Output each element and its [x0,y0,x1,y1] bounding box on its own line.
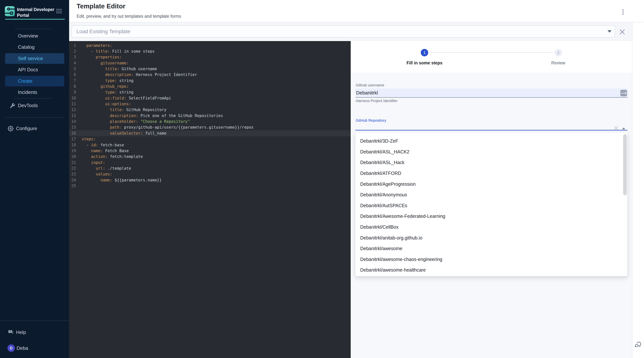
chat-bubbles-icon[interactable] [635,341,642,348]
dropdown-scrollbar[interactable] [623,134,627,195]
code-line[interactable]: 6 description: Harness Project Identifie… [69,72,351,78]
repository-options: Debanitrkl/3D-ZeFDebanitrkl/ASL_HACK2Deb… [355,136,628,275]
sidebar-item-label: Create [18,78,32,84]
sidebar-item-incidents[interactable]: Incidents [5,87,64,98]
sidebar-item-overview[interactable]: Overview [5,31,64,41]
sidebar-user[interactable]: D Deba [5,343,64,353]
page-subtitle: Edit, preview, and try out templates and… [76,14,181,19]
code-line[interactable]: 25 [69,183,351,189]
app-title: Internal Developer Portal [17,7,57,18]
code-line[interactable]: 20 action: fetch:template [69,154,351,159]
code-line[interactable]: 12 title: GitHub Repository [69,107,351,113]
step-1-label: Fill in some steps [387,61,462,66]
avatar: D [8,344,15,352]
sidebar-item-label: Incidents [18,89,37,95]
repository-select-underline[interactable] [355,130,628,130]
code-line[interactable]: 9 type: string [69,89,351,95]
sidebar-item-configure[interactable]: Configure [5,123,64,134]
repository-option[interactable]: Debanitrkl/AgeProgression [355,179,628,190]
page-title: Template Editor [76,3,126,10]
app-logo-icon[interactable] [5,6,15,16]
load-template-select[interactable]: Load Existing Template [72,25,615,38]
repository-option[interactable]: Debanitrkl/awesome [355,243,628,254]
code-line[interactable]: 16 valueSelector: full_name [69,130,351,136]
sidebar-accent-divider [5,19,65,20]
sidebar-item-label: Self service [18,56,43,61]
sidebar-item-label: DevTools [18,103,38,108]
code-line[interactable]: 4 gitusername: [69,60,351,66]
github-username-input[interactable]: Debanitrkl [355,88,628,98]
chevron-up-icon[interactable] [622,127,625,129]
template-select-row: Load Existing Template [69,22,632,41]
code-line[interactable]: 14 placeholder: "Choose a Repository" [69,118,351,124]
code-line[interactable]: 22 url: ./template [69,165,351,171]
code-line[interactable]: 3 properties: [69,54,351,60]
step-2-indicator[interactable]: 2 [554,49,562,56]
code-line[interactable]: 21 input: [69,159,351,165]
load-template-placeholder: Load Existing Template [76,29,130,35]
code-line[interactable]: 8 github_repo: [69,83,351,89]
close-icon[interactable] [620,30,624,34]
page-header: Template Editor Edit, preview, and try o… [69,0,644,22]
code-line[interactable]: 13 description: Pick one of the GitHub R… [69,113,351,118]
code-line[interactable]: 19 name: Fetch Base [69,148,351,154]
sidebar-item-devtools[interactable]: DevTools [5,100,64,111]
step-1-indicator[interactable]: 1 [421,49,428,56]
code-line[interactable]: 5 title: Github username [69,66,351,72]
template-form-panel: 1 2 Fill in some steps Review Github use… [351,41,632,358]
svg-text:?: ? [10,330,11,333]
sidebar-item-api-docs[interactable]: API Docs [5,64,64,75]
sidebar-item-help[interactable]: ? Help [5,327,64,338]
repository-option[interactable]: Debanitrkl/Anonymous [355,190,628,200]
sidebar-item-label: API Docs [18,67,38,73]
stepper: 1 2 Fill in some steps Review [351,41,632,73]
sidebar-item-label: Help [16,329,26,335]
code-line[interactable]: 23 values: [69,171,351,177]
apps-grid-icon[interactable] [56,9,62,14]
step-2-label: Review [525,61,592,66]
github-username-label: Github username [356,83,384,87]
code-line[interactable]: 7 type: string [69,78,351,83]
code-line[interactable]: 11 ui:options: [69,101,351,107]
kebab-menu-icon[interactable] [620,8,626,16]
sidebar-item-catalog[interactable]: Catalog [5,42,64,53]
code-line[interactable]: 1 parameters: [69,43,351,48]
code-lines: 1 parameters:2 - title: Fill in some ste… [69,43,351,189]
nav-divider [14,98,52,99]
github-username-helper: Harness Project Identifier [356,99,398,103]
repository-option[interactable]: Debanitrkl/ATFORD [355,168,628,179]
chevron-down-icon[interactable] [608,30,612,33]
repository-option[interactable]: Debanitrkl/CellBox [355,222,628,233]
user-name: Deba [16,345,28,351]
sidebar-item-create[interactable]: Create [5,76,64,86]
repository-option[interactable]: Debanitrkl/ASL_HACK2 [355,146,628,157]
repository-option[interactable]: Debanitrkl/AutSPACEs [355,200,628,211]
repository-dropdown: Debanitrkl/3D-ZeFDebanitrkl/ASL_HACK2Deb… [355,132,628,276]
main-area: Template Editor Edit, preview, and try o… [69,0,644,358]
stepper-connector [430,52,553,53]
sidebar-item-label: Configure [16,126,37,131]
yaml-editor[interactable]: 1 parameters:2 - title: Fill in some ste… [69,41,351,358]
code-line[interactable]: 24 name: ${{parameters.name}} [69,177,351,183]
autofill-icon[interactable] [620,90,627,96]
code-line[interactable]: 10 ui:field: SelectFieldFromApi [69,95,351,101]
sidebar-item-label: Catalog [18,44,35,50]
sidebar: Internal Developer Portal Overview Catal… [0,0,69,358]
repository-option[interactable]: Debanitrkl/awesome-healthcare [355,265,628,275]
gear-icon [8,126,14,131]
repository-option[interactable]: Debanitrkl/ASL_Hack [355,157,628,168]
clear-icon[interactable] [614,126,618,130]
repository-option[interactable]: Debanitrkl/Awesome-Federated-Learning [355,211,628,222]
repository-option[interactable]: Debanitrkl/anitab-org.github.io [355,232,628,243]
code-line[interactable]: 18 - id: fetch-base [69,142,351,148]
sidebar-divider [0,320,69,321]
code-line[interactable]: 15 path: proxy/github-api/users/{{parame… [69,124,351,130]
repository-option[interactable]: Debanitrkl/3D-ZeF [355,136,628,146]
sidebar-item-self-service[interactable]: Self service [5,53,64,64]
sidebar-divider [5,117,64,118]
code-line[interactable]: 2 - title: Fill in some steps [69,48,351,54]
right-gutter [632,22,644,358]
repository-option[interactable]: Debanitrkl/awesome-chaos-engineering [355,254,628,265]
code-line[interactable]: 17steps: [69,136,351,142]
sidebar-item-label: Overview [18,33,38,39]
